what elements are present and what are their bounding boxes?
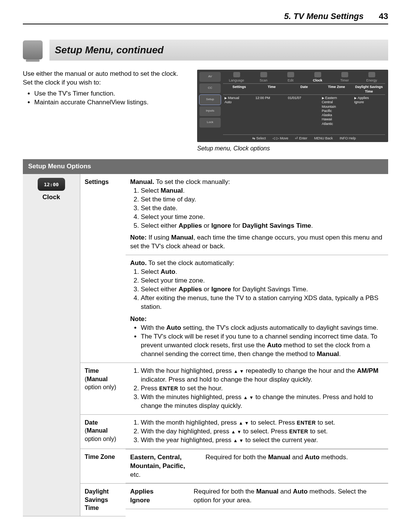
osd-col-time: 12:00 PM bbox=[255, 96, 288, 126]
clock-icon: 12:00 bbox=[38, 178, 65, 191]
arrow-up-down-icon bbox=[243, 393, 253, 401]
label-settings: Settings bbox=[80, 174, 126, 363]
osd-footer: ⇆ Select ◁ ▷ Move ⏎ Enter MENU Back INFO… bbox=[223, 134, 385, 141]
desc-timezone: Eastern, Central, Mountain, Pacific, etc… bbox=[126, 449, 388, 484]
options-table-header: Setup Menu Options bbox=[23, 159, 388, 174]
desc-time: With the hour highlighted, press repeate… bbox=[126, 363, 388, 415]
osd-nav-setup: Setup bbox=[199, 95, 221, 105]
section-heading-row: Setup Menu, continued bbox=[23, 40, 388, 61]
osd-tabs: Language Scan Edit Clock Timer Energy bbox=[223, 72, 385, 84]
options-table: 12:00 Clock Settings Manual. To set the … bbox=[23, 174, 388, 516]
osd-col-dst: Applies Ignore bbox=[353, 96, 385, 126]
osd-nav-av: AV bbox=[199, 72, 221, 82]
osd-column-headers: Settings Time Date Time Zone Daylight Sa… bbox=[223, 84, 385, 95]
osd-screenshot: AV CC Setup Inputs Lock Language Scan Ed… bbox=[197, 70, 388, 142]
arrow-up-down-icon bbox=[233, 436, 244, 444]
label-date: Date (Manual option only) bbox=[80, 414, 126, 449]
osd-left-nav: AV CC Setup Inputs Lock bbox=[199, 72, 221, 131]
chapter-title: 5. TV Menu Settings bbox=[284, 11, 363, 22]
arrow-up-down-icon bbox=[234, 367, 244, 374]
desc-date: With the month highlighted, press to sel… bbox=[126, 414, 388, 449]
osd-tab-energy: Energy bbox=[358, 72, 385, 83]
intro-bullet-1: Use the TV's Timer function. bbox=[34, 89, 186, 98]
osd-col-tz: Eastern Central Mountain Pacific Alaska … bbox=[320, 96, 353, 126]
desc-dst: AppliesIgnore Required for both the Manu… bbox=[126, 483, 388, 509]
label-dst: Daylight Savings Time bbox=[80, 483, 126, 516]
osd-tab-clock: Clock bbox=[304, 72, 331, 83]
osd-tab-scan: Scan bbox=[250, 72, 277, 83]
osd-tab-language: Language bbox=[223, 72, 250, 83]
intro-bullet-2: Maintain accurate ChannelView listings. bbox=[34, 98, 186, 107]
side-label: Clock bbox=[43, 193, 60, 201]
desc-settings-manual: Manual. To set the clock manually: Selec… bbox=[126, 174, 388, 255]
osd-nav-lock: Lock bbox=[199, 118, 221, 128]
osd-nav-inputs: Inputs bbox=[199, 106, 221, 116]
osd-caption: Setup menu, Clock options bbox=[197, 144, 388, 153]
intro-text: Use either the manual or auto method to … bbox=[23, 70, 186, 153]
osd-tab-edit: Edit bbox=[277, 72, 304, 83]
label-time: Time (Manual option only) bbox=[80, 363, 126, 415]
osd-col-date: 01/01/07 bbox=[288, 96, 320, 126]
section-title: Setup Menu, continued bbox=[49, 40, 388, 61]
osd-nav-cc: CC bbox=[199, 83, 221, 93]
osd-body: Manual Auto 12:00 PM 01/01/07 Eastern Ce… bbox=[223, 95, 385, 126]
osd-tab-timer: Timer bbox=[331, 72, 358, 83]
arrow-up-down-icon bbox=[231, 428, 241, 435]
osd-col-settings: Manual Auto bbox=[223, 96, 255, 126]
osd-column: AV CC Setup Inputs Lock Language Scan Ed… bbox=[197, 70, 388, 153]
desc-settings-auto: Auto. To set the clock automatically: Se… bbox=[126, 255, 388, 363]
label-timezone: Time Zone bbox=[80, 449, 126, 483]
arrow-up-down-icon bbox=[239, 419, 249, 426]
tv-icon bbox=[23, 40, 43, 59]
intro-paragraph: Use either the manual or auto method to … bbox=[23, 70, 186, 87]
page-number: 43 bbox=[379, 11, 388, 22]
page-header: 5. TV Menu Settings 43 bbox=[23, 11, 388, 24]
side-clock-cell: 12:00 Clock bbox=[23, 174, 80, 516]
